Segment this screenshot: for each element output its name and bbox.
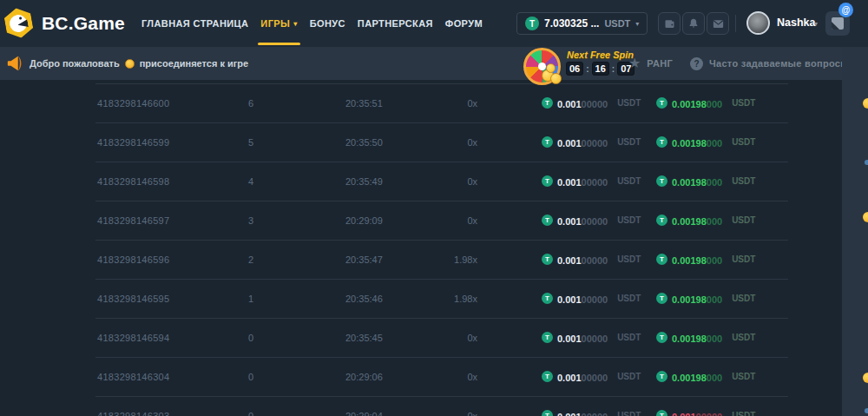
bet-multiplier: 0x [399, 137, 477, 148]
bets-table: 4183298146600 6 20:35:51 0x T 0.00100000… [0, 80, 842, 416]
emoji-icon [863, 98, 868, 109]
payout-amount: T 0.00198000 USDT [656, 369, 795, 385]
bell-icon [687, 17, 700, 30]
table-row[interactable]: 4183298146303 0 20:29:04 0x T 0.00100000… [0, 396, 842, 416]
chat-icon [832, 17, 844, 30]
bet-amount: T 0.00100000 USDT [542, 96, 656, 111]
tether-icon: T [542, 215, 553, 226]
table-row[interactable]: 4183298146304 0 20:29:06 0x T 0.00100000… [0, 357, 842, 396]
bet-id: 4183298146304 [97, 372, 248, 382]
chat-mention-badge: @ [838, 3, 853, 17]
top-header: BC.Game ГЛАВНАЯ СТРАНИЦА ИГРЫ▾ БОНУС ПАР… [0, 0, 868, 47]
chevron-down-icon: ▾ [814, 20, 818, 28]
wallet-balance-dropdown[interactable]: T 7.030325 ... USDT ▾ [516, 12, 648, 35]
welcome-ticker: Добро пожаловать присоединяется к игре [30, 47, 248, 80]
currency-label: USDT [617, 294, 641, 303]
currency-label: USDT [732, 294, 755, 303]
free-spin-timer: 06 : 16 : 07 [566, 62, 635, 76]
bet-multiplier: 1.98x [399, 294, 477, 304]
currency-label: USDT [732, 333, 755, 342]
bet-multiplier: 0x [399, 411, 477, 416]
bet-id: 4183298146596 [97, 254, 248, 265]
table-row[interactable]: 4183298146594 0 20:35:45 0x T 0.00100000… [0, 318, 842, 357]
rank-label: РАНГ [647, 58, 673, 69]
payout-amount: T 0.00100000 USDT [656, 408, 795, 416]
bet-id: 4183298146594 [97, 333, 248, 343]
currency-label: USDT [732, 137, 755, 147]
username[interactable]: Nashka [777, 17, 815, 29]
balance-currency: USDT [604, 18, 630, 29]
bet-amount: T 0.00100000 USDT [542, 369, 656, 385]
tether-icon: T [656, 410, 667, 416]
currency-label: USDT [617, 137, 641, 147]
bet-id: 4183298146597 [97, 215, 248, 226]
bet-time: 20:35:47 [345, 254, 399, 265]
nav-affiliate[interactable]: ПАРТНЕРСКАЯ [358, 0, 433, 47]
currency-label: USDT [732, 254, 755, 264]
rank-link[interactable]: ★ РАНГ [628, 47, 673, 80]
bet-round: 0 [248, 333, 345, 343]
tether-icon: T [542, 410, 553, 416]
bet-id: 4183298146595 [97, 294, 248, 304]
wallet-button[interactable] [658, 12, 681, 35]
bet-time: 20:35:49 [345, 176, 399, 187]
nav-forum[interactable]: ФОРУМ [445, 0, 483, 47]
question-icon: ? [690, 57, 703, 70]
bet-round: 2 [248, 254, 345, 265]
payout-amount: T 0.00198000 USDT [656, 135, 795, 150]
nav-home[interactable]: ГЛАВНАЯ СТРАНИЦА [141, 0, 248, 47]
avatar[interactable] [746, 11, 770, 35]
main-nav: ГЛАВНАЯ СТРАНИЦА ИГРЫ▾ БОНУС ПАРТНЕРСКАЯ… [141, 0, 483, 47]
payout-amount: T 0.00198000 USDT [656, 213, 795, 228]
logo[interactable]: BC.Game [3, 8, 125, 38]
bet-id: 4183298146598 [97, 176, 248, 187]
chevron-down-icon: ▾ [635, 20, 639, 28]
ticker-greeting: Добро пожаловать [30, 58, 120, 69]
tether-icon: T [542, 371, 553, 382]
currency-label: USDT [617, 372, 641, 381]
bet-amount: T 0.00100000 USDT [542, 135, 656, 150]
nav-bonus[interactable]: БОНУС [310, 0, 345, 47]
timer-minutes: 16 [592, 62, 609, 76]
faq-link[interactable]: ? Часто задаваемые вопросы [690, 47, 849, 80]
bet-multiplier: 0x [399, 333, 477, 343]
chat-dot-icon [865, 160, 868, 165]
coin-icon [125, 59, 135, 69]
bet-amount: T 0.00100000 USDT [542, 252, 656, 267]
bet-amount: T 0.00100000 USDT [542, 213, 656, 228]
notifications-button[interactable] [682, 12, 705, 35]
currency-label: USDT [732, 372, 755, 381]
table-row[interactable]: 4183298146598 4 20:35:49 0x T 0.00100000… [0, 162, 842, 201]
currency-label: USDT [617, 176, 641, 186]
bet-round: 3 [248, 215, 345, 226]
bet-time: 20:29:04 [345, 411, 399, 416]
table-row[interactable]: 4183298146596 2 20:35:47 1.98x T 0.00100… [0, 240, 842, 279]
chat-dot-icon [865, 408, 868, 413]
messages-button[interactable] [707, 12, 729, 35]
balance-amount: 7.030325 ... [544, 17, 599, 30]
divider [735, 15, 736, 32]
next-free-spin-label: Next Free Spin [567, 50, 634, 60]
emoji-icon [863, 212, 868, 222]
bet-multiplier: 0x [399, 215, 477, 226]
payout-amount: T 0.00198000 USDT [656, 174, 795, 189]
announcement-bar: Добро пожаловать присоединяется к игре N… [0, 47, 842, 80]
currency-label: USDT [617, 254, 641, 264]
bet-time: 20:35:51 [345, 98, 399, 109]
currency-label: USDT [732, 411, 755, 416]
table-row[interactable]: 4183298146595 1 20:35:46 1.98x T 0.00100… [0, 279, 842, 318]
currency-label: USDT [732, 215, 755, 225]
tether-icon: T [542, 136, 553, 148]
tether-icon: T [542, 254, 553, 265]
table-row[interactable]: 4183298146600 6 20:35:51 0x T 0.00100000… [0, 83, 842, 122]
bet-multiplier: 0x [399, 372, 477, 382]
table-row[interactable]: 4183298146599 5 20:35:50 0x T 0.00100000… [0, 122, 842, 162]
table-row[interactable]: 4183298146597 3 20:29:09 0x T 0.00100000… [0, 201, 842, 240]
nav-games[interactable]: ИГРЫ▾ [260, 0, 297, 47]
payout-amount: T 0.00198000 USDT [656, 291, 795, 307]
tether-icon: T [656, 215, 667, 226]
tether-icon: T [656, 136, 667, 148]
bet-amount: T 0.00100000 USDT [542, 291, 656, 307]
tether-icon: T [656, 371, 667, 382]
chevron-down-icon: ▾ [293, 20, 297, 28]
